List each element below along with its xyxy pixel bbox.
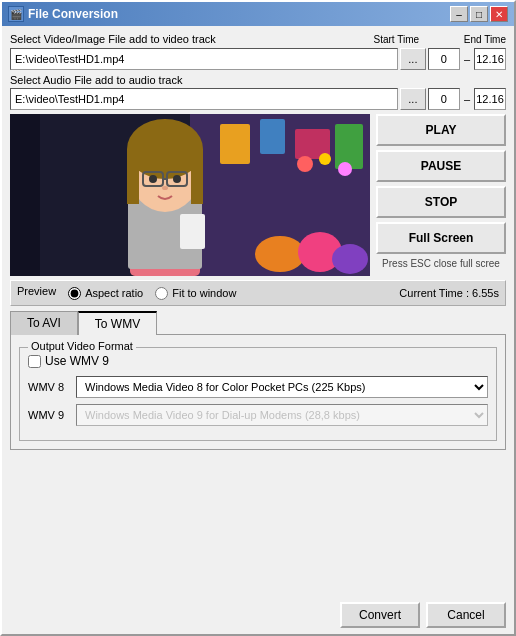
audio-start-input[interactable] [428, 88, 460, 110]
audio-file-input[interactable] [10, 88, 398, 110]
video-preview [10, 114, 370, 276]
end-time-label: End Time [464, 34, 506, 45]
svg-point-8 [332, 244, 368, 274]
output-format-group: Output Video Format Use WMV 9 WMV 8 Wind… [19, 347, 497, 441]
svg-point-19 [173, 175, 181, 183]
video-thumbnail [10, 114, 370, 276]
svg-rect-3 [260, 119, 285, 154]
bottom-bar: Convert Cancel [2, 596, 514, 634]
video-file-label: Select Video/Image File add to video tra… [10, 33, 369, 45]
tabs-section: To AVI To WMV Output Video Format Use WM… [10, 310, 506, 450]
wmv8-label: WMV 8 [28, 381, 68, 393]
preview-label: Preview [17, 285, 56, 297]
svg-rect-22 [10, 114, 40, 276]
title-buttons: – □ ✕ [450, 6, 508, 22]
video-label-row: Select Video/Image File add to video tra… [10, 32, 506, 46]
maximize-button[interactable]: □ [470, 6, 488, 22]
main-window: 🎬 File Conversion – □ ✕ Select Video/Ima… [0, 0, 516, 636]
svg-point-23 [297, 156, 313, 172]
svg-rect-13 [127, 149, 139, 204]
convert-button[interactable]: Convert [340, 602, 420, 628]
svg-rect-5 [335, 124, 363, 169]
tab-avi[interactable]: To AVI [10, 311, 78, 335]
play-button[interactable]: PLAY [376, 114, 506, 146]
audio-time-dash: – [462, 93, 472, 105]
current-time-display: Current Time : 6.55s [399, 287, 499, 299]
video-start-input[interactable] [428, 48, 460, 70]
wmv9-row: WMV 9 Windows Media Video 9 for Dial-up … [28, 404, 488, 426]
svg-point-6 [255, 236, 305, 272]
window-title: File Conversion [28, 7, 118, 21]
use-wmv9-checkbox[interactable] [28, 355, 41, 368]
minimize-button[interactable]: – [450, 6, 468, 22]
preview-controls: Preview Aspect ratio Fit to window Curre… [17, 285, 499, 301]
content-area: Select Video/Image File add to video tra… [2, 26, 514, 596]
video-file-group: Select Video/Image File add to video tra… [10, 32, 506, 70]
use-wmv9-label[interactable]: Use WMV 9 [45, 354, 109, 368]
aspect-ratio-input[interactable] [68, 287, 81, 300]
control-buttons-panel: PLAY PAUSE STOP Full Screen Press ESC cl… [376, 114, 506, 276]
fit-window-input[interactable] [155, 287, 168, 300]
video-file-row: ... – [10, 48, 506, 70]
pause-button[interactable]: PAUSE [376, 150, 506, 182]
preview-section: Preview Aspect ratio Fit to window Curre… [10, 280, 506, 306]
current-time-value: 6.55s [472, 287, 499, 299]
fullscreen-button[interactable]: Full Screen [376, 222, 506, 254]
fit-window-label[interactable]: Fit to window [172, 287, 236, 299]
svg-rect-14 [191, 149, 203, 204]
audio-end-input[interactable] [474, 88, 506, 110]
wmv8-row: WMV 8 Windows Media Video 8 for Color Po… [28, 376, 488, 398]
video-time-dash: – [462, 53, 472, 65]
media-row: PLAY PAUSE STOP Full Screen Press ESC cl… [10, 114, 506, 276]
video-browse-button[interactable]: ... [400, 48, 426, 70]
svg-rect-21 [180, 214, 205, 249]
start-time-label: Start Time [373, 34, 419, 45]
stop-button[interactable]: STOP [376, 186, 506, 218]
aspect-ratio-label[interactable]: Aspect ratio [85, 287, 143, 299]
tabs-header: To AVI To WMV [10, 310, 506, 334]
tab-wmv-content: Output Video Format Use WMV 9 WMV 8 Wind… [10, 334, 506, 450]
wmv9-label: WMV 9 [28, 409, 68, 421]
svg-point-18 [149, 175, 157, 183]
tab-wmv-label: To WMV [95, 317, 140, 331]
use-wmv9-group: Use WMV 9 [28, 354, 488, 368]
window-icon: 🎬 [8, 6, 24, 22]
svg-point-20 [162, 186, 168, 190]
svg-point-24 [319, 153, 331, 165]
video-file-input[interactable] [10, 48, 398, 70]
audio-file-group: Select Audio File add to audio track ...… [10, 74, 506, 110]
wmv9-select[interactable]: Windows Media Video 9 for Dial-up Modems… [76, 404, 488, 426]
fit-window-radio: Fit to window [155, 287, 236, 300]
close-button[interactable]: ✕ [490, 6, 508, 22]
tab-avi-label: To AVI [27, 316, 61, 330]
current-time-label: Current Time : [399, 287, 469, 299]
title-bar: 🎬 File Conversion – □ ✕ [2, 2, 514, 26]
audio-browse-button[interactable]: ... [400, 88, 426, 110]
video-end-input[interactable] [474, 48, 506, 70]
output-format-title: Output Video Format [28, 340, 136, 352]
aspect-ratio-radio: Aspect ratio [68, 287, 143, 300]
svg-rect-2 [220, 124, 250, 164]
tab-wmv[interactable]: To WMV [78, 311, 157, 335]
esc-hint: Press ESC close full scree [376, 258, 506, 270]
wmv8-select[interactable]: Windows Media Video 8 for Color Pocket P… [76, 376, 488, 398]
audio-file-label: Select Audio File add to audio track [10, 74, 506, 86]
title-bar-left: 🎬 File Conversion [8, 6, 118, 22]
audio-file-row: ... – [10, 88, 506, 110]
cancel-button[interactable]: Cancel [426, 602, 506, 628]
svg-point-25 [338, 162, 352, 176]
